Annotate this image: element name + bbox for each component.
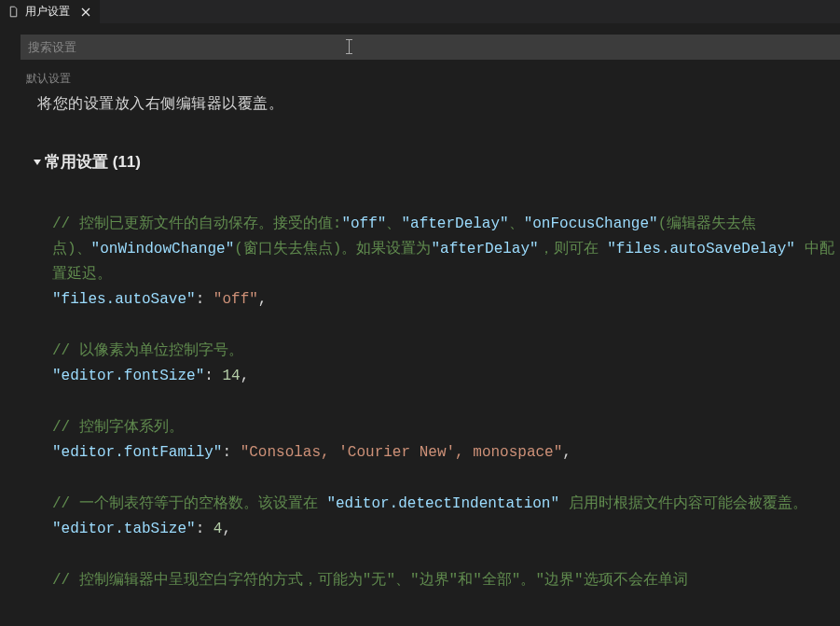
setting-font-family: // 控制字体系列。 "editor.fontFamily": "Consola…	[52, 415, 840, 466]
setting-line[interactable]: "editor.fontSize": 14,	[52, 364, 840, 389]
setting-comment: // 控制字体系列。	[52, 415, 840, 440]
setting-line[interactable]: "files.autoSave": "off",	[52, 287, 840, 313]
close-icon[interactable]	[79, 6, 92, 19]
section-common-settings[interactable]: 常用设置 (11)	[32, 151, 840, 173]
tab-title: 用户设置	[25, 4, 74, 20]
setting-line[interactable]: "editor.tabSize": 4,	[52, 517, 840, 542]
file-icon	[7, 6, 20, 18]
section-title: 常用设置 (11)	[45, 151, 141, 173]
settings-content: 默认设置 将您的设置放入右侧编辑器以覆盖。 常用设置 (11) // 控制已更新…	[0, 71, 840, 593]
search-container	[0, 23, 840, 71]
setting-auto-save: // 控制已更新文件的自动保存。接受的值:"off"、"afterDelay"、…	[52, 212, 840, 313]
setting-font-size: // 以像素为单位控制字号。 "editor.fontSize": 14,	[52, 339, 840, 389]
caret-down-icon	[32, 157, 43, 168]
setting-comment: // 一个制表符等于的空格数。该设置在 "editor.detectIndent…	[52, 492, 840, 517]
setting-line[interactable]: "editor.fontFamily": "Consolas, 'Courier…	[52, 440, 840, 466]
tab-bar: 用户设置	[0, 0, 840, 23]
setting-comment: // 以像素为单位控制字号。	[52, 339, 840, 364]
instruction-text: 将您的设置放入右侧编辑器以覆盖。	[37, 94, 840, 114]
tab-user-settings[interactable]: 用户设置	[0, 0, 100, 23]
setting-comment: // 控制编辑器中呈现空白字符的方式，可能为"无"、"边界"和"全部"。"边界"…	[52, 568, 840, 593]
default-settings-label: 默认设置	[26, 71, 840, 87]
setting-tab-size: // 一个制表符等于的空格数。该设置在 "editor.detectIndent…	[52, 492, 840, 542]
setting-whitespace: // 控制编辑器中呈现空白字符的方式，可能为"无"、"边界"和"全部"。"边界"…	[52, 568, 840, 593]
setting-comment: // 控制已更新文件的自动保存。接受的值:"off"、"afterDelay"、…	[52, 212, 840, 287]
settings-list: // 控制已更新文件的自动保存。接受的值:"off"、"afterDelay"、…	[52, 212, 840, 593]
search-input[interactable]	[21, 35, 840, 60]
